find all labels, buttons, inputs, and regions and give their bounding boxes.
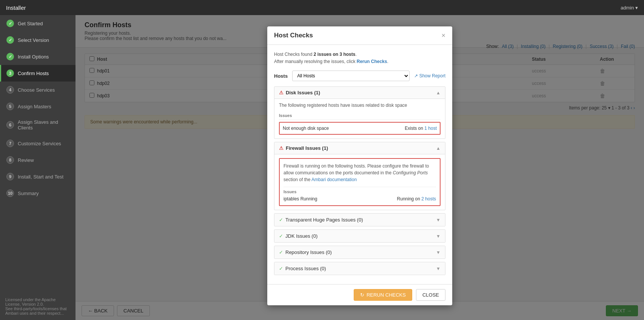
disk-issue-text: Not enough disk space xyxy=(283,126,329,131)
step-icon-customize-services: 7 xyxy=(6,140,14,147)
disk-issue-row: Not enough disk space Exists on 1 host xyxy=(279,122,441,135)
sidebar-footer-line1: Licensed under the Apache License, Versi… xyxy=(5,297,70,306)
process-chevron-icon: ▼ xyxy=(436,266,441,271)
sidebar-label-select-version: Select Version xyxy=(18,37,49,43)
firewall-issues-title: Firewall Issues (1) xyxy=(286,145,328,151)
sidebar-item-customize-services[interactable]: 7 Customize Services xyxy=(0,135,75,152)
step-icon-assign-masters: 5 xyxy=(6,103,14,110)
firewall-hosts-link[interactable]: 2 hosts xyxy=(421,196,436,202)
repository-title: Repository Issues (0) xyxy=(285,249,332,255)
firewall-issues-label: Issues xyxy=(283,187,436,194)
firewall-box: Firewall is running on the following hos… xyxy=(279,158,441,206)
sidebar-label-install-options: Install Options xyxy=(18,54,49,60)
rerun-checks-button[interactable]: ↻ RERUN CHECKS xyxy=(354,289,412,301)
jdk-check-icon: ✓ xyxy=(279,233,283,239)
step-icon-assign-slaves: 6 xyxy=(6,121,14,129)
process-section: ✓ Process Issues (0) ▼ xyxy=(274,262,445,275)
transparent-huge-pages-section: ✓ Transparent Huge Pages Issues (0) ▼ xyxy=(274,213,445,226)
sidebar-item-choose-services[interactable]: 4 Choose Services xyxy=(0,82,75,98)
step-icon-choose-services: 4 xyxy=(6,86,14,94)
sidebar-label-assign-masters: Assign Masters xyxy=(18,104,51,109)
sidebar-label-review: Review xyxy=(18,157,34,163)
modal-body: Host Checks found 2 issues on 3 hosts. A… xyxy=(267,45,452,284)
disk-host-link[interactable]: 1 host xyxy=(424,126,437,131)
user-menu[interactable]: admin ▾ xyxy=(621,5,638,11)
repository-section: ✓ Repository Issues (0) ▼ xyxy=(274,246,445,259)
sidebar-label-install-start-test: Install, Start and Test xyxy=(18,174,63,180)
rerun-checks-link[interactable]: Rerun Checks xyxy=(357,59,387,64)
step-icon-select-version: ✓ xyxy=(6,36,14,44)
content-inner: Confirm Hosts Registering your hosts. Pl… xyxy=(75,15,644,320)
disk-issues-section: ⚠ Disk Issues (1) ▲ The following regist… xyxy=(274,86,445,139)
sidebar-item-confirm-hosts[interactable]: 3 Confirm Hosts xyxy=(0,65,75,82)
modal-title: Host Checks xyxy=(274,32,313,39)
hosts-select[interactable]: All Hosts xyxy=(292,71,410,81)
process-title: Process Issues (0) xyxy=(285,266,326,271)
external-link-icon: ↗ xyxy=(414,73,418,78)
repository-chevron-icon: ▼ xyxy=(436,250,441,255)
sidebar-item-install-start-test[interactable]: 9 Install, Start and Test xyxy=(0,168,75,185)
ambari-doc-link[interactable]: Ambari documentation xyxy=(311,177,357,182)
close-modal-button[interactable]: CLOSE xyxy=(416,289,445,301)
firewall-issues-section: ⚠ Firewall Issues (1) ▲ Firewall is runn… xyxy=(274,142,445,210)
step-icon-install-options: ✓ xyxy=(6,53,14,60)
sidebar-label-get-started: Get Started xyxy=(18,21,43,26)
firewall-issues-body: Firewall is running on the following hos… xyxy=(274,154,445,210)
jdk-header[interactable]: ✓ JDK Issues (0) ▼ xyxy=(274,230,445,242)
sidebar-item-install-options[interactable]: ✓ Install Options xyxy=(0,48,75,65)
sidebar-item-assign-slaves[interactable]: 6 Assign Slaves and Clients xyxy=(0,115,75,135)
thp-title: Transparent Huge Pages Issues (0) xyxy=(285,217,363,223)
firewall-description: Firewall is running on the following hos… xyxy=(283,163,436,183)
repository-header[interactable]: ✓ Repository Issues (0) ▼ xyxy=(274,246,445,258)
modal-footer: ↻ RERUN CHECKS CLOSE xyxy=(267,284,452,305)
disk-issue-detail: Exists on 1 host xyxy=(405,126,437,131)
sidebar-footer-line2: See third-party/tools/licenses that Amba… xyxy=(5,306,70,315)
step-icon-confirm-hosts: 3 xyxy=(6,69,14,77)
process-header[interactable]: ✓ Process Issues (0) ▼ xyxy=(274,262,445,275)
disk-issues-title: Disk Issues (1) xyxy=(286,90,320,95)
firewall-issue-text: iptables Running xyxy=(283,196,317,202)
firewall-error-icon: ⚠ xyxy=(279,145,283,151)
disk-description: The following registered hosts have issu… xyxy=(279,103,441,108)
sidebar-item-get-started[interactable]: ✓ Get Started xyxy=(0,15,75,32)
sidebar-item-select-version[interactable]: ✓ Select Version xyxy=(0,32,75,48)
process-check-icon: ✓ xyxy=(279,266,283,271)
disk-issues-body: The following registered hosts have issu… xyxy=(274,99,445,138)
content-area: Confirm Hosts Registering your hosts. Pl… xyxy=(75,15,644,320)
summary-line1: Host Checks found xyxy=(274,52,314,57)
thp-chevron-icon: ▼ xyxy=(436,217,441,223)
sidebar-label-assign-slaves: Assign Slaves and Clients xyxy=(18,119,70,131)
modal-close-button[interactable]: × xyxy=(441,32,445,39)
sidebar-label-customize-services: Customize Services xyxy=(18,141,61,146)
step-icon-summary: 10 xyxy=(6,189,14,197)
disk-chevron-icon: ▲ xyxy=(436,90,441,95)
sidebar-label-choose-services: Choose Services xyxy=(18,87,55,93)
transparent-huge-pages-header[interactable]: ✓ Transparent Huge Pages Issues (0) ▼ xyxy=(274,214,445,226)
jdk-title: JDK Issues (0) xyxy=(285,233,317,239)
disk-issues-header[interactable]: ⚠ Disk Issues (1) ▲ xyxy=(274,87,445,99)
sidebar-label-summary: Summary xyxy=(18,191,39,196)
sidebar-item-review[interactable]: 8 Review xyxy=(0,152,75,168)
modal-header: Host Checks × xyxy=(267,26,452,45)
modal-overlay: Host Checks × Host Checks found 2 issues… xyxy=(75,15,644,320)
hosts-filter-row: Hosts All Hosts ↗ Show Report xyxy=(274,71,445,81)
sidebar-item-summary[interactable]: 10 Summary xyxy=(0,185,75,202)
refresh-icon: ↻ xyxy=(360,292,364,298)
jdk-chevron-icon: ▼ xyxy=(436,234,441,239)
step-icon-install-start-test: 9 xyxy=(6,173,14,180)
app-title: Installer xyxy=(6,5,26,11)
jdk-section: ✓ JDK Issues (0) ▼ xyxy=(274,229,445,243)
firewall-issues-header[interactable]: ⚠ Firewall Issues (1) ▲ xyxy=(274,142,445,154)
repository-check-icon: ✓ xyxy=(279,249,283,255)
disk-issues-header-label: Issues xyxy=(279,112,441,120)
firewall-chevron-icon: ▲ xyxy=(436,146,441,151)
modal-summary: Host Checks found 2 issues on 3 hosts. A… xyxy=(274,51,445,65)
sidebar-item-assign-masters[interactable]: 5 Assign Masters xyxy=(0,98,75,115)
show-report-link[interactable]: ↗ Show Report xyxy=(414,73,445,78)
step-icon-review: 8 xyxy=(6,156,14,164)
topbar: Installer admin ▾ xyxy=(0,0,644,15)
disk-error-icon: ⚠ xyxy=(279,90,283,95)
firewall-issue-row: iptables Running Running on 2 hosts xyxy=(283,196,436,202)
sidebar: ✓ Get Started ✓ Select Version ✓ Install… xyxy=(0,15,75,320)
step-icon-get-started: ✓ xyxy=(6,20,14,27)
